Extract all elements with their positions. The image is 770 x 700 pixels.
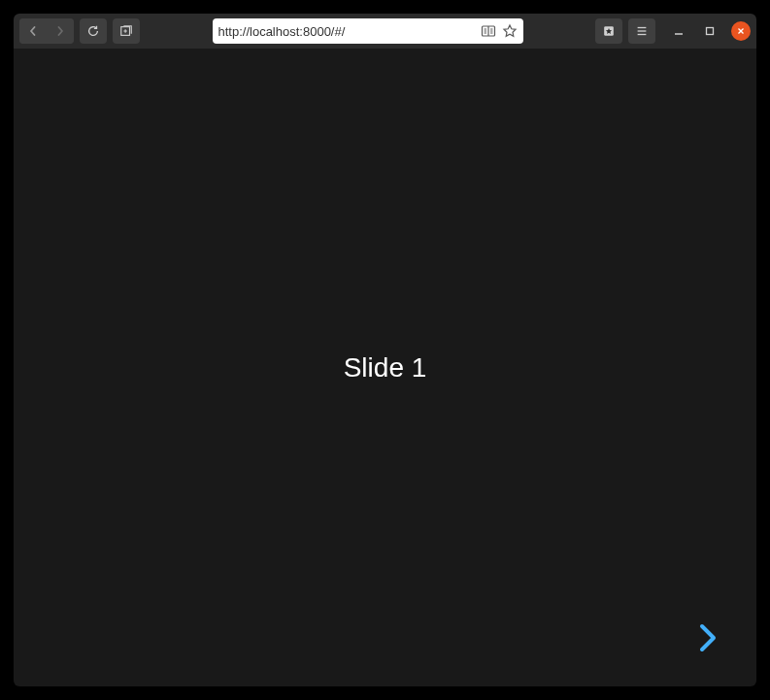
library-button[interactable] bbox=[595, 18, 622, 44]
reload-icon bbox=[86, 24, 100, 38]
minimize-icon bbox=[673, 25, 685, 37]
back-icon bbox=[28, 26, 38, 36]
forward-icon bbox=[55, 26, 65, 36]
close-icon bbox=[736, 26, 746, 36]
svg-rect-14 bbox=[707, 28, 714, 35]
maximize-button[interactable] bbox=[700, 21, 720, 41]
browser-window: Slide 1 bbox=[0, 0, 770, 700]
next-slide-button[interactable] bbox=[690, 620, 725, 655]
new-tab-icon bbox=[119, 24, 133, 38]
window-controls bbox=[669, 21, 751, 41]
maximize-icon bbox=[704, 25, 716, 37]
url-bar-container bbox=[184, 18, 551, 44]
right-controls bbox=[595, 18, 751, 44]
reader-mode-button[interactable] bbox=[481, 23, 496, 39]
back-button[interactable] bbox=[19, 18, 47, 44]
menu-button[interactable] bbox=[628, 18, 655, 44]
reload-button[interactable] bbox=[80, 18, 107, 44]
forward-button[interactable] bbox=[47, 18, 74, 44]
reader-mode-icon bbox=[481, 23, 496, 39]
hamburger-icon bbox=[635, 24, 649, 38]
new-tab-button[interactable] bbox=[113, 18, 140, 44]
chevron-right-icon bbox=[696, 622, 720, 653]
page-content: Slide 1 bbox=[14, 49, 756, 686]
minimize-button[interactable] bbox=[669, 21, 688, 41]
nav-button-group bbox=[19, 18, 74, 44]
slide-title: Slide 1 bbox=[344, 352, 427, 383]
bookmark-button[interactable] bbox=[502, 23, 518, 39]
browser-titlebar bbox=[14, 14, 756, 49]
url-bar bbox=[213, 18, 523, 44]
url-input[interactable] bbox=[218, 24, 475, 39]
library-icon bbox=[602, 24, 616, 38]
close-button[interactable] bbox=[731, 21, 751, 41]
star-icon bbox=[502, 23, 518, 39]
